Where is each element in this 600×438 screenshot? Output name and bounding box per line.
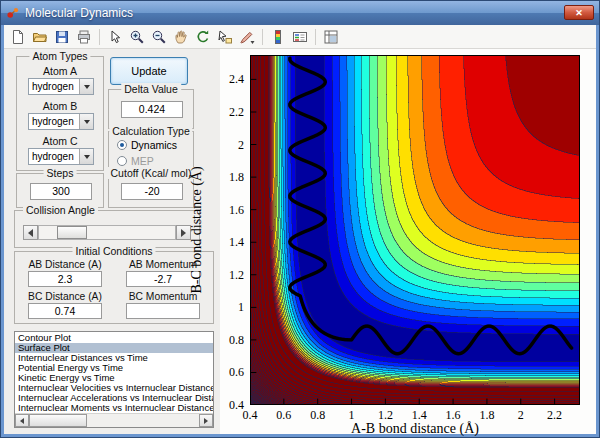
collision-angle-panel-title: Collision Angle — [23, 204, 98, 216]
x-axis-ticks: 0.40.60.811.21.41.61.822.2 — [250, 408, 580, 422]
ab-distance-label: AB Distance (A) — [17, 259, 113, 270]
y-tick-label: 1.2 — [215, 269, 244, 281]
app-icon — [6, 6, 20, 20]
toolbar-separator — [99, 29, 100, 45]
new-figure-button[interactable] — [8, 27, 28, 47]
atom-b-dropdown[interactable]: hydrogen — [28, 113, 94, 130]
zoom-in-icon — [129, 29, 145, 45]
list-item[interactable]: Kinetic Energy vs Time — [15, 373, 213, 383]
rotate-3d-button[interactable] — [193, 27, 213, 47]
y-axis-ticks: 0.40.60.811.21.41.61.822.22.4 — [218, 55, 247, 405]
insert-colorbar-button[interactable] — [268, 27, 288, 47]
titlebar[interactable]: Molecular Dynamics ✕ — [1, 1, 599, 25]
steps-input[interactable]: 300 — [30, 183, 92, 200]
chevron-down-icon[interactable] — [79, 149, 93, 164]
chevron-down-icon[interactable] — [79, 79, 93, 94]
plot-tools-button[interactable] — [321, 27, 341, 47]
zoom-out-button[interactable] — [149, 27, 169, 47]
atom-a-dropdown-value: hydrogen — [32, 81, 77, 92]
atom-a-label: Atom A — [17, 65, 103, 77]
window-title: Molecular Dynamics — [25, 6, 133, 20]
insert-legend-button[interactable] — [290, 27, 310, 47]
close-button[interactable]: ✕ — [564, 5, 594, 20]
data-cursor-icon — [217, 29, 233, 45]
list-item[interactable]: Internuclear Accelerations vs Internucle… — [15, 393, 213, 403]
atom-types-panel-title: Atom Types — [29, 50, 90, 62]
x-axis-label: A-B bond distance (Å) — [250, 421, 580, 437]
list-item[interactable]: Potential Energy vs Time — [15, 363, 213, 373]
bc-distance-input[interactable]: 0.74 — [28, 303, 102, 319]
zoom-out-icon — [151, 29, 167, 45]
steps-panel: Steps 300 — [16, 173, 104, 208]
radio-dynamics[interactable]: Dynamics — [117, 139, 177, 151]
slider-thumb[interactable] — [57, 226, 87, 239]
y-axis-label: B-C bond distance (Å) — [188, 55, 206, 405]
y-tick-label: 2.2 — [215, 106, 244, 118]
rotate-3d-icon — [195, 29, 211, 45]
radio-mep-label: MEP — [131, 155, 154, 167]
y-tick-label: 1.8 — [215, 171, 244, 183]
brush-button[interactable] — [237, 27, 257, 47]
data-cursor-button[interactable] — [215, 27, 235, 47]
initial-conditions-panel: Initial Conditions AB Distance (A) AB Mo… — [14, 251, 214, 324]
app-window: Molecular Dynamics ✕ Atom Types Atom A h… — [0, 0, 600, 438]
atom-a-dropdown[interactable]: hydrogen — [28, 78, 94, 95]
pan-button[interactable] — [171, 27, 191, 47]
arrow-left-icon — [16, 418, 24, 424]
calculation-type-panel: Calculation Type Dynamics MEP — [108, 131, 194, 171]
content-area: Atom Types Atom A hydrogen Atom B hydrog… — [4, 49, 596, 434]
print-figure-button[interactable] — [74, 27, 94, 47]
list-item[interactable]: Contour Plot — [15, 333, 213, 343]
scrollbar-thumb[interactable] — [29, 414, 87, 427]
scrollbar-left-arrow[interactable] — [15, 414, 29, 427]
pes-contour-plot-canvas[interactable] — [250, 55, 580, 405]
radio-dynamics-label: Dynamics — [131, 139, 177, 151]
y-tick-label: 0.6 — [215, 366, 244, 378]
atom-b-label: Atom B — [17, 100, 103, 112]
initial-conditions-panel-title: Initial Conditions — [72, 245, 155, 257]
update-button[interactable]: Update — [110, 57, 188, 85]
close-icon: ✕ — [575, 8, 583, 18]
arrow-right-icon — [204, 418, 212, 424]
list-item[interactable]: Internuclear Moments vs Internuclear Dis… — [15, 403, 213, 413]
y-tick-label: 0.8 — [215, 334, 244, 346]
save-figure-icon — [54, 29, 70, 45]
slider-left-arrow[interactable] — [23, 225, 38, 240]
collision-angle-slider[interactable] — [23, 225, 191, 240]
radio-icon[interactable] — [117, 140, 127, 150]
plot-type-listbox[interactable]: Contour PlotSurface PlotInternuclear Dis… — [14, 331, 214, 428]
ab-distance-input[interactable]: 2.3 — [28, 271, 102, 287]
delta-value-input[interactable]: 0.424 — [121, 101, 183, 118]
save-figure-button[interactable] — [52, 27, 72, 47]
y-tick-label: 2.4 — [215, 73, 244, 85]
listbox-items: Contour PlotSurface PlotInternuclear Dis… — [15, 333, 213, 413]
radio-icon[interactable] — [117, 156, 127, 166]
list-item[interactable]: Internuclear Velocities vs Internuclear … — [15, 383, 213, 393]
list-item[interactable]: Surface Plot — [15, 343, 213, 353]
open-file-icon — [32, 29, 48, 45]
slider-track[interactable] — [38, 225, 176, 240]
atom-types-panel: Atom Types Atom A hydrogen Atom B hydrog… — [16, 56, 104, 171]
cutoff-input[interactable]: -20 — [121, 183, 183, 200]
pan-icon — [173, 29, 189, 45]
chevron-down-icon[interactable] — [79, 114, 93, 129]
edit-plot-button[interactable] — [105, 27, 125, 47]
atom-b-dropdown-value: hydrogen — [32, 116, 77, 127]
listbox-horizontal-scrollbar[interactable] — [15, 413, 213, 427]
steps-panel-title: Steps — [44, 167, 77, 179]
zoom-in-button[interactable] — [127, 27, 147, 47]
open-file-button[interactable] — [30, 27, 50, 47]
insert-colorbar-icon — [270, 29, 286, 45]
toolbar-separator — [262, 29, 263, 45]
radio-mep[interactable]: MEP — [117, 155, 154, 167]
list-item[interactable]: Internuclear Distances vs Time — [15, 353, 213, 363]
y-tick-label: 2 — [215, 139, 244, 151]
y-tick-label: 1 — [215, 301, 244, 313]
y-tick-label: 1.4 — [215, 236, 244, 248]
atom-c-label: Atom C — [17, 135, 103, 147]
scrollbar-right-arrow[interactable] — [199, 414, 213, 427]
atom-c-dropdown-value: hydrogen — [32, 151, 77, 162]
atom-c-dropdown[interactable]: hydrogen — [28, 148, 94, 165]
bc-distance-label: BC Distance (A) — [17, 291, 113, 302]
window-frame: Atom Types Atom A hydrogen Atom B hydrog… — [1, 25, 599, 437]
